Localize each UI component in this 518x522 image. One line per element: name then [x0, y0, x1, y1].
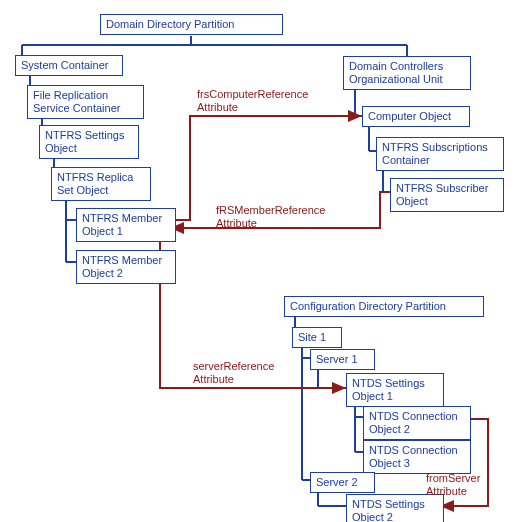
node-ntfrs-settings-object: NTFRS Settings Object — [39, 125, 139, 159]
node-domain-directory-partition: Domain Directory Partition — [100, 14, 283, 35]
node-ntfrs-member-object-1: NTFRS Member Object 1 — [76, 208, 176, 242]
label-frs-member-reference: fRSMemberReference Attribute — [216, 204, 325, 229]
node-server-1: Server 1 — [310, 349, 375, 370]
node-dc-ou: Domain Controllers Organizational Unit — [343, 56, 471, 90]
node-configuration-directory-partition: Configuration Directory Partition — [284, 296, 484, 317]
node-computer-object: Computer Object — [362, 106, 470, 127]
node-ntds-settings-object-2: NTDS Settings Object 2 — [346, 494, 444, 522]
node-site-1: Site 1 — [292, 327, 342, 348]
label-frs-computer-reference: frsComputerReference Attribute — [197, 88, 308, 113]
node-ntds-connection-object-3: NTDS Connection Object 3 — [363, 440, 471, 474]
node-system-container: System Container — [15, 55, 123, 76]
node-ntfrs-replica-set-object: NTFRS Replica Set Object — [51, 167, 151, 201]
label-server-reference: serverReference Attribute — [193, 360, 274, 385]
node-ntds-connection-object-2: NTDS Connection Object 2 — [363, 406, 471, 440]
node-server-2: Server 2 — [310, 472, 375, 493]
node-ntfrs-subscriptions-container: NTFRS Subscriptions Container — [376, 137, 504, 171]
node-ntds-settings-object-1: NTDS Settings Object 1 — [346, 373, 444, 407]
node-ntfrs-member-object-2: NTFRS Member Object 2 — [76, 250, 176, 284]
node-file-replication-service-container: File Replication Service Container — [27, 85, 144, 119]
label-from-server: fromServer Attribute — [426, 472, 480, 497]
node-ntfrs-subscriber-object: NTFRS Subscriber Object — [390, 178, 504, 212]
